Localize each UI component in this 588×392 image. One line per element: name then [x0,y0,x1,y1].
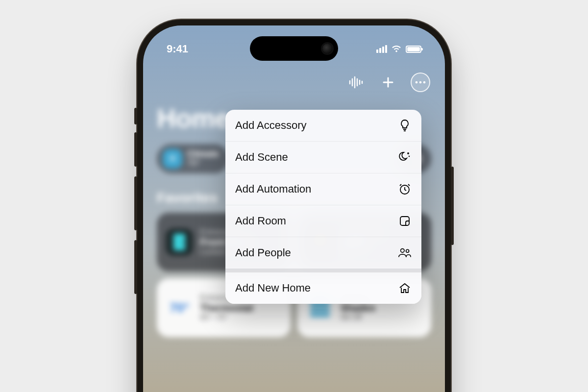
menu-item-add-people[interactable]: Add People [225,237,421,269]
menu-item-label: Add People [235,246,291,259]
add-button[interactable] [378,73,398,92]
clock-icon [398,182,412,196]
waveform-icon [348,76,363,89]
power-button [451,167,454,245]
side-button-lower [134,240,137,294]
svg-point-14 [419,81,422,84]
menu-item-label: Add New Home [235,282,311,294]
svg-point-18 [408,153,409,154]
menu-item-add-room[interactable]: Add Room [225,205,421,237]
plus-icon [382,76,394,89]
menu-item-add-automation[interactable]: Add Automation [225,173,421,205]
cellular-icon [376,45,387,53]
menu-item-add-scene[interactable]: Add Scene [225,141,421,173]
svg-point-15 [423,81,426,84]
svg-point-22 [406,249,409,252]
people-icon [398,246,412,260]
lightbulb-icon [398,119,412,132]
volume-down-button [134,176,137,230]
front-camera-icon [322,44,332,53]
wifi-icon [391,44,402,54]
add-menu: Add Accessory Add Scene Add Automation [225,110,421,304]
mute-switch [134,108,137,124]
menu-item-label: Add Accessory [235,119,307,132]
menu-item-label: Add Room [235,215,286,227]
moon-stars-icon [398,150,412,164]
house-icon [398,281,412,295]
menu-item-add-accessory[interactable]: Add Accessory [225,110,421,141]
intercom-button[interactable] [346,73,366,92]
more-button[interactable] [411,73,430,92]
menu-item-label: Add Automation [235,183,311,196]
volume-up-button [134,132,137,167]
phone-frame: Home ✳︎ Climate 70° [137,20,451,392]
app-toolbar [346,73,430,92]
room-square-icon [398,214,412,228]
phone-screen: Home ✳︎ Climate 70° [143,25,445,392]
battery-icon [406,46,421,53]
dynamic-island [250,36,338,61]
status-time: 9:41 [167,43,188,55]
svg-point-21 [401,249,404,252]
menu-item-label: Add Scene [235,151,288,164]
ellipsis-icon [415,81,426,84]
menu-item-add-new-home[interactable]: Add New Home [225,269,421,304]
svg-point-13 [416,81,418,84]
